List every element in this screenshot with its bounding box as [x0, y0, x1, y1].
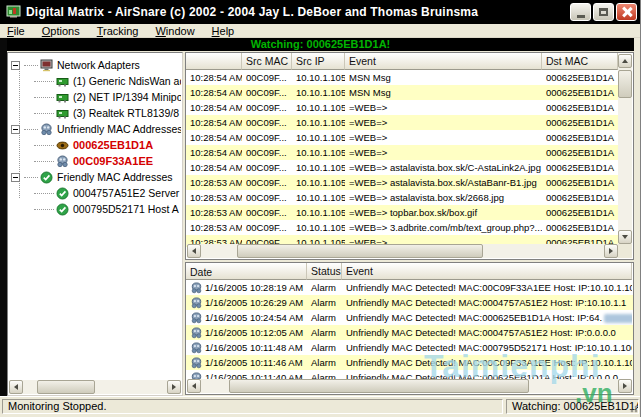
- menu-window[interactable]: Window: [155, 25, 194, 37]
- scroll-down-icon[interactable]: [618, 230, 632, 244]
- column-header-event[interactable]: Event: [342, 263, 632, 280]
- app-icon: [6, 5, 21, 20]
- column-header-src-mac[interactable]: Src MAC: [242, 53, 292, 70]
- alert-row[interactable]: 1/16/2005 10:28:19 AM Alarm Unfriendly M…: [186, 280, 633, 295]
- scroll-left-icon[interactable]: [9, 380, 23, 394]
- packet-src-ip-cell: 10.10.1.105: [292, 220, 345, 235]
- close-button[interactable]: [616, 3, 637, 21]
- scroll-right-icon[interactable]: [618, 379, 632, 393]
- resize-grip-icon[interactable]: [627, 402, 639, 414]
- packet-time-cell: 10:28:54 AM: [186, 100, 242, 115]
- packet-row[interactable]: 10:28:53 AM 00C09F... 10.10.1.105 =WEB=>…: [186, 205, 620, 220]
- alert-row[interactable]: 1/16/2005 10:26:29 AM Alarm Unfriendly M…: [186, 295, 633, 310]
- packet-time-cell: 10:28:53 AM: [186, 220, 242, 235]
- tree-item-adapter-2[interactable]: (2) NET IP/1394 Minipo: [10, 89, 181, 105]
- alert-event-cell: Unfriendly MAC Detected! MAC:0004757A51E…: [342, 295, 632, 310]
- alert-event-text: Unfriendly MAC Detected! MAC:00C09F33A1E…: [346, 357, 632, 368]
- gas-mask-icon: [190, 297, 203, 309]
- packet-src-mac-cell: 00C09F...: [242, 175, 292, 190]
- scroll-right-icon[interactable]: [167, 380, 181, 394]
- packet-time-cell: 10:28:54 AM: [186, 70, 242, 85]
- tree-item-label: 000795D52171 Host A: [73, 203, 179, 215]
- scrollbar-thumb[interactable]: [37, 380, 95, 394]
- packet-time-cell: 10:28:53 AM: [186, 205, 242, 220]
- scroll-up-icon[interactable]: [618, 54, 632, 68]
- packet-row[interactable]: 10:28:54 AM 00C09F... 10.10.1.105 =WEB=>…: [186, 145, 620, 160]
- alert-horizontal-scrollbar[interactable]: [187, 379, 632, 393]
- packet-dst-mac-cell: 000625EB1D1A: [542, 205, 618, 220]
- airsnare-window: Digital Matrix - AirSnare (c) 2002 - 200…: [0, 0, 641, 417]
- tree-item-network-adapters[interactable]: Network Adapters: [10, 57, 181, 73]
- packet-src-mac-cell: 00C09F...: [242, 220, 292, 235]
- packet-time-cell: 10:28:54 AM: [186, 160, 242, 175]
- menu-options[interactable]: Options: [42, 25, 80, 37]
- collapse-icon[interactable]: [11, 61, 20, 70]
- packet-row[interactable]: 10:28:53 AM 00C09F... 10.10.1.105 =WEB=>…: [186, 175, 620, 190]
- alert-row[interactable]: 1/16/2005 10:24:54 AM Alarm Unfriendly M…: [186, 310, 633, 325]
- scrollbar-thumb[interactable]: [618, 70, 632, 98]
- network-adapter-icon: [56, 75, 69, 88]
- packet-src-mac-cell: 00C09F...: [242, 115, 292, 130]
- tree-item-friendly-macs[interactable]: Friendly MAC Addresses: [10, 169, 181, 185]
- gas-mask-icon: [56, 155, 69, 168]
- alert-row[interactable]: 1/16/2005 10:11:48 AM Alarm Unfriendly M…: [186, 340, 633, 355]
- alert-row[interactable]: 1/16/2005 10:12:05 AM Alarm Unfriendly M…: [186, 325, 633, 340]
- collapse-icon[interactable]: [11, 173, 20, 182]
- collapse-icon[interactable]: [11, 125, 20, 134]
- alert-event-text: Unfriendly MAC Detected! MAC:000795D5217…: [346, 342, 632, 353]
- tree-item-label: 00C09F33A1EE: [73, 155, 153, 167]
- scrollbar-thumb[interactable]: [229, 379, 529, 393]
- packet-row[interactable]: 10:28:54 AM 00C09F... 10.10.1.105 =WEB=>…: [186, 115, 620, 130]
- menu-file[interactable]: File: [7, 25, 25, 37]
- packet-vertical-scrollbar[interactable]: [618, 54, 632, 244]
- alert-date-cell: 1/16/2005 10:24:54 AM: [186, 310, 307, 325]
- menu-tracking[interactable]: Tracking: [97, 25, 139, 37]
- device-tree-panel: Network Adapters (1) Generic NdisWan ad …: [7, 52, 183, 396]
- status-message: Monitoring Stopped.: [2, 399, 503, 414]
- packet-row[interactable]: 10:28:54 AM 00C09F... 10.10.1.105 =WEB=>…: [186, 100, 620, 115]
- packet-row[interactable]: 10:28:53 AM 00C09F... 10.10.1.105 =WEB=>…: [186, 190, 620, 205]
- packet-row[interactable]: 10:28:54 AM 00C09F... 10.10.1.105 =WEB=>…: [186, 130, 620, 145]
- alert-row[interactable]: 1/16/2005 10:11:46 AM Alarm Unfriendly M…: [186, 355, 633, 370]
- menu-bar: File Options Tracking Window Help: [0, 24, 641, 38]
- column-header-event[interactable]: Event: [345, 53, 542, 70]
- scrollbar-thumb[interactable]: [237, 244, 483, 258]
- maximize-button[interactable]: [593, 3, 614, 21]
- tree-item-adapter-3[interactable]: (3) Realtek RTL8139/8: [10, 105, 181, 121]
- tree-item-unfriendly-mac-watched[interactable]: 000625EB1D1A: [10, 137, 181, 153]
- packet-event-cell: MSN Msg: [345, 70, 542, 85]
- gas-mask-icon: [40, 123, 53, 136]
- column-header-date[interactable]: Date: [186, 263, 307, 280]
- packet-row[interactable]: 10:28:54 AM 00C09F... 10.10.1.105 MSN Ms…: [186, 85, 620, 100]
- tree-item-unfriendly-macs[interactable]: Unfriendly MAC Addresses: [10, 121, 181, 137]
- scroll-right-icon[interactable]: [604, 244, 618, 258]
- tree-item-friendly-mac-server[interactable]: 0004757A51E2 Server: [10, 185, 181, 201]
- minimize-button[interactable]: [570, 3, 591, 21]
- menu-help[interactable]: Help: [212, 25, 235, 37]
- alert-event-text: Unfriendly MAC Detected! MAC:000625EB1D1…: [346, 312, 602, 323]
- packet-horizontal-scrollbar[interactable]: [187, 244, 618, 258]
- network-adapter-icon: [56, 107, 69, 120]
- scroll-left-icon[interactable]: [187, 244, 201, 258]
- scroll-left-icon[interactable]: [187, 379, 201, 393]
- tree-item-adapter-1[interactable]: (1) Generic NdisWan ad: [10, 73, 181, 89]
- packet-src-ip-cell: 10.10.1.105: [292, 85, 345, 100]
- close-icon: [622, 7, 632, 17]
- maximize-icon: [599, 8, 608, 16]
- packet-row[interactable]: 10:28:54 AM 00C09F... 10.10.1.105 =WEB=>…: [186, 160, 620, 175]
- tree-item-friendly-mac-host[interactable]: 000795D52171 Host A: [10, 201, 181, 217]
- alert-event-cell: Unfriendly MAC Detected! MAC:000625EB1D1…: [342, 310, 632, 325]
- alert-event-cell: Unfriendly MAC Detected! MAC:00C09F33A1E…: [342, 280, 632, 295]
- packet-dst-mac-cell: 000625EB1D1A: [542, 145, 618, 160]
- column-header-dst-mac[interactable]: Dst MAC: [542, 53, 618, 70]
- tree-item-unfriendly-mac[interactable]: 00C09F33A1EE: [10, 153, 181, 169]
- column-header-src-ip[interactable]: Src IP: [292, 53, 345, 70]
- column-header-time[interactable]: [186, 53, 242, 70]
- column-header-status[interactable]: Status: [307, 263, 342, 280]
- alert-table-body: 1/16/2005 10:28:19 AM Alarm Unfriendly M…: [186, 280, 633, 381]
- packet-row[interactable]: 10:28:54 AM 00C09F... 10.10.1.105 MSN Ms…: [186, 70, 620, 85]
- tree-horizontal-scrollbar[interactable]: [9, 380, 181, 394]
- packet-time-cell: 10:28:54 AM: [186, 130, 242, 145]
- packet-src-ip-cell: 10.10.1.105: [292, 145, 345, 160]
- packet-row[interactable]: 10:28:53 AM 00C09F... 10.10.1.105 =WEB=>…: [186, 220, 620, 235]
